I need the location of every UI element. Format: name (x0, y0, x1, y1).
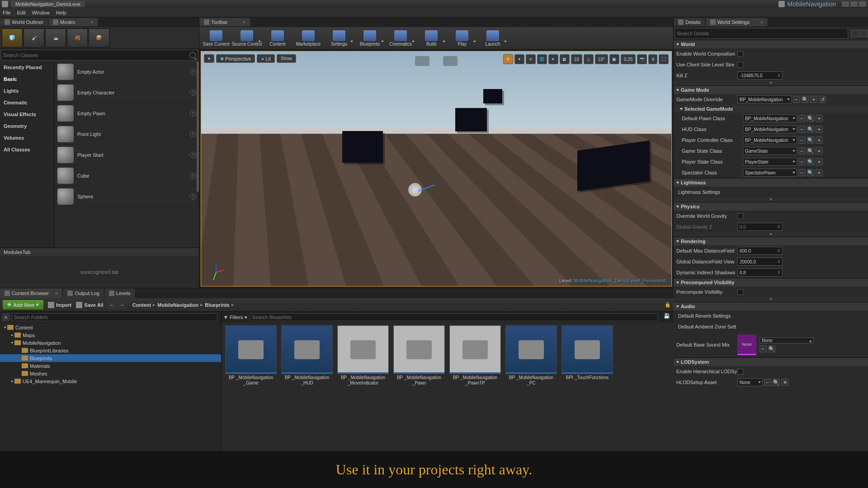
dropdown[interactable]: None (760, 338, 814, 343)
crumb-part[interactable]: MobileNavigation (157, 302, 198, 308)
sources-toggle-button[interactable]: ≡ (2, 313, 10, 321)
info-icon[interactable]: ? (190, 89, 196, 96)
use-selected-icon[interactable]: ← (760, 345, 767, 352)
tree-item[interactable]: BlueprintLibraries (0, 347, 221, 354)
use-selected-icon[interactable]: ← (798, 158, 806, 165)
transform-translate-icon[interactable]: ✦ (514, 54, 524, 64)
asset-item[interactable]: BP _MobileNavigation _HUD (280, 325, 334, 391)
viewport-show-button[interactable]: Show (277, 54, 296, 63)
tree-expand-icon[interactable]: ▾ (3, 325, 7, 329)
toolbar-settings-button[interactable]: Settings (324, 28, 354, 49)
tab-world-settings[interactable]: World Settings× (706, 18, 769, 26)
surface-snap-icon[interactable]: ▾ (548, 54, 558, 64)
tab-close-icon[interactable]: × (243, 19, 245, 25)
dropdown[interactable]: BP_MobileNavigation (743, 136, 797, 144)
modes-item[interactable]: Player Start? (55, 145, 199, 165)
tab-close-icon[interactable]: × (90, 19, 93, 25)
angle-snap-value[interactable]: 10° (595, 54, 608, 64)
info-icon[interactable]: ? (190, 131, 196, 137)
save-all-button[interactable]: Save All (76, 302, 103, 308)
modes-category[interactable]: Volumes (0, 132, 54, 144)
use-selected-icon[interactable]: ← (798, 115, 806, 122)
modes-search[interactable] (1, 50, 198, 61)
angle-snap-icon[interactable]: △ (584, 54, 594, 64)
toolbar-build-button[interactable]: Build (416, 28, 446, 49)
section-world[interactable]: World (674, 40, 868, 48)
viewport-lit-button[interactable]: ●Lit (257, 54, 274, 63)
mode-foliage-icon[interactable]: 🍂 (67, 28, 88, 47)
use-selected-icon[interactable]: ← (798, 136, 806, 144)
browse-icon[interactable]: 🔍 (768, 345, 775, 352)
browse-icon[interactable]: 🔍 (773, 379, 780, 386)
tree-item[interactable]: ▾MobileNavigation (0, 339, 221, 347)
modules-tab-title[interactable]: ModulesTab (0, 248, 199, 256)
property-matrix-icon[interactable] (851, 30, 859, 37)
section-physics[interactable]: Physics (674, 202, 868, 211)
section-gamemode[interactable]: Game Mode (674, 86, 868, 94)
chevron-down-icon[interactable] (412, 41, 415, 42)
new-icon[interactable]: + (816, 126, 823, 133)
modes-category[interactable]: Basic (0, 73, 54, 85)
modes-category[interactable]: Lights (0, 85, 54, 97)
scale-snap-value[interactable]: 0.25 (621, 54, 636, 64)
toolbar-play-button[interactable]: Play (447, 28, 477, 49)
use-selected-icon[interactable]: ← (793, 96, 800, 103)
new-icon[interactable]: + (816, 136, 823, 144)
section-precomputed-visibility[interactable]: Precomputed Visibility (674, 278, 868, 286)
asset-item[interactable]: BP _MobileNavigation _MoveIndicator (336, 325, 390, 391)
dropdown[interactable]: BP_MobileNavigation (737, 95, 792, 103)
transform-select-icon[interactable]: ✥ (503, 54, 513, 64)
new-icon[interactable]: + (816, 147, 823, 155)
coord-space-icon[interactable]: 🌐 (537, 54, 547, 64)
modes-category[interactable]: Cinematic (0, 97, 54, 108)
section-expander[interactable]: ▼ (674, 197, 868, 202)
modes-item[interactable]: Sphere? (55, 186, 199, 207)
folder-search-input[interactable] (12, 313, 217, 321)
use-selected-icon[interactable]: ← (798, 169, 806, 176)
viewport[interactable]: ▾ ◆Perspective ●Lit Show ✥ ✦ ⤧ 🌐 ▾ ▦ 10 … (201, 51, 672, 286)
checkbox[interactable] (737, 289, 743, 295)
section-lodsystem[interactable]: LODSystem (674, 358, 868, 366)
camera-speed-value[interactable]: 4 (648, 54, 657, 64)
browse-icon[interactable]: 🔍 (807, 136, 814, 144)
new-icon[interactable]: + (816, 158, 823, 165)
browse-icon[interactable]: 🔍 (807, 115, 814, 122)
crumb-part[interactable]: Content (132, 302, 151, 308)
tree-item[interactable]: ▸Maps (0, 331, 221, 339)
modes-search-input[interactable] (3, 52, 189, 58)
modes-category[interactable]: Geometry (0, 120, 54, 132)
menu-edit[interactable]: Edit (17, 10, 26, 15)
asset-item[interactable]: BP _MobileNavigation _Game (224, 325, 278, 391)
number-input[interactable]: 0.8 (737, 268, 783, 277)
dropdown[interactable]: BP_MobileNavigation (743, 125, 797, 133)
browse-icon[interactable]: 🔍 (807, 126, 814, 133)
section-audio[interactable]: Audio (674, 302, 868, 310)
checkbox[interactable] (737, 62, 743, 68)
camera-speed-icon[interactable]: 📷 (637, 54, 647, 64)
tree-item[interactable]: Blueprints (0, 354, 221, 362)
modes-item[interactable]: Point Light? (55, 124, 199, 145)
chevron-down-icon[interactable] (473, 41, 476, 42)
grid-snap-value[interactable]: 10 (571, 54, 582, 64)
history-fwd-button[interactable]: → (118, 301, 126, 309)
clear-icon[interactable]: ✕ (781, 379, 788, 386)
chevron-down-icon[interactable] (350, 41, 353, 42)
tree-item[interactable]: Materials (0, 362, 221, 370)
info-icon[interactable]: ? (190, 69, 196, 75)
asset-search-input[interactable] (250, 313, 658, 321)
cb-lock-icon[interactable]: 🔒 (665, 302, 671, 308)
maximize-button[interactable] (850, 1, 858, 7)
info-icon[interactable]: ? (190, 193, 196, 200)
asset-item[interactable]: BPI _TouchFunctions (561, 325, 614, 391)
toolbar-launch-button[interactable]: Launch (478, 28, 508, 49)
mode-landscape-icon[interactable]: ⛰ (45, 28, 66, 47)
dropdown[interactable]: SpectatorPawn (743, 169, 797, 177)
viewport-menu-button[interactable]: ▾ (204, 54, 214, 63)
modes-category[interactable]: All Classes (0, 144, 54, 155)
mode-geometry-icon[interactable]: 📦 (89, 28, 109, 47)
toolbar-blueprints-button[interactable]: Blueprints (355, 28, 385, 49)
use-selected-icon[interactable]: ← (798, 126, 806, 133)
asset-item[interactable]: BP _MobileNavigation _PawnTP (448, 325, 502, 391)
tree-item[interactable]: ▸UE4_Mannequin_Mobile (0, 377, 221, 385)
transform-scale-icon[interactable]: ⤧ (526, 54, 536, 64)
